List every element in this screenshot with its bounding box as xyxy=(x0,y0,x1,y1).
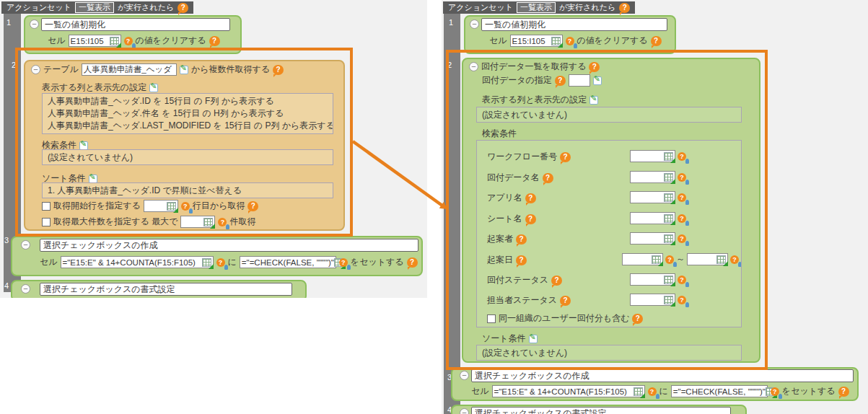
action-title-input[interactable]: 選択チェックボックスの作成 xyxy=(40,239,418,252)
set-action-label: をセットする xyxy=(351,256,404,268)
cell-picker-icon[interactable] xyxy=(551,37,561,45)
field-input[interactable] xyxy=(630,232,675,245)
help-icon[interactable] xyxy=(516,234,527,245)
cell-picker-icon[interactable] xyxy=(634,387,643,396)
same-org-checkbox[interactable] xyxy=(487,314,496,323)
cell-picker-icon[interactable] xyxy=(167,202,176,211)
action-title-input[interactable]: 一覧の値初期化 xyxy=(41,18,230,31)
display-columns-label: 表示する列と表示先の設定 xyxy=(42,82,146,94)
edit-icon[interactable] xyxy=(149,84,158,92)
help-ref-icon[interactable] xyxy=(216,258,225,267)
help-icon[interactable] xyxy=(516,255,527,265)
help-ref-icon[interactable] xyxy=(678,152,686,161)
help-ref-icon[interactable] xyxy=(730,255,739,264)
cell-range-input[interactable]: E15:I105 xyxy=(510,35,563,47)
max-count-checkbox[interactable] xyxy=(42,218,51,226)
date-from-input[interactable] xyxy=(622,253,663,265)
help-ref-icon[interactable] xyxy=(771,387,779,396)
help-ref-icon[interactable] xyxy=(665,255,674,264)
help-ref-icon[interactable] xyxy=(124,37,133,45)
cell-range-input[interactable]: E15:I105 xyxy=(69,35,121,47)
edit-icon[interactable] xyxy=(593,76,602,85)
edit-icon[interactable] xyxy=(589,96,598,105)
help-icon[interactable] xyxy=(560,152,571,162)
help-ref-icon[interactable] xyxy=(648,387,657,396)
help-icon[interactable] xyxy=(551,276,562,286)
field-input[interactable] xyxy=(630,191,675,203)
start-row-checkbox[interactable] xyxy=(42,202,51,211)
field-input[interactable] xyxy=(630,171,675,183)
help-icon[interactable] xyxy=(525,193,536,203)
edit-icon[interactable] xyxy=(529,335,538,343)
help-icon[interactable] xyxy=(177,3,188,13)
collapse-icon[interactable] xyxy=(460,371,469,380)
cell-picker-icon[interactable] xyxy=(110,37,119,45)
help-icon[interactable] xyxy=(525,214,536,224)
edit-icon[interactable] xyxy=(79,141,88,150)
collapse-icon[interactable] xyxy=(30,19,39,29)
collapse-icon[interactable] xyxy=(469,62,478,71)
help-ref-icon[interactable] xyxy=(678,276,686,284)
collapse-icon[interactable] xyxy=(31,65,40,74)
help-icon[interactable] xyxy=(632,314,643,324)
value-formula-input[interactable]: ="=CHECK(FALSE, """")" xyxy=(240,256,336,268)
field-input[interactable] xyxy=(630,212,675,224)
cell-picker-icon[interactable] xyxy=(664,173,673,182)
cell-picker-icon[interactable] xyxy=(716,255,726,264)
help-icon[interactable] xyxy=(407,257,418,268)
help-icon[interactable] xyxy=(209,36,220,46)
fetch-action-label: から複数件取得する xyxy=(191,63,270,76)
data-spec-input[interactable] xyxy=(569,74,590,87)
help-ref-icon[interactable] xyxy=(678,234,686,243)
help-ref-icon[interactable] xyxy=(181,202,190,211)
help-icon[interactable] xyxy=(543,173,553,183)
action-title-input[interactable]: 選択チェックボックスの書式設定 xyxy=(471,407,731,414)
field-input[interactable] xyxy=(630,273,675,286)
action-title-input[interactable]: 選択チェックボックスの書式設定 xyxy=(40,283,292,296)
cell-picker-icon[interactable] xyxy=(203,218,213,226)
help-icon[interactable] xyxy=(838,387,849,397)
cell-picker-icon[interactable] xyxy=(652,255,661,264)
help-ref-icon[interactable] xyxy=(566,37,574,45)
cell-picker-icon[interactable] xyxy=(664,234,673,243)
help-icon[interactable] xyxy=(555,76,566,86)
value-formula-input[interactable]: ="=CHECK(FALSE, """")" xyxy=(671,385,768,397)
cell-picker-icon[interactable] xyxy=(664,276,673,284)
help-icon[interactable] xyxy=(560,296,571,306)
action-set-name-chip[interactable]: 一覧表示 xyxy=(517,2,556,13)
action-title-input[interactable]: 選択チェックボックスの作成 xyxy=(471,369,854,382)
help-ref-icon[interactable] xyxy=(218,218,227,226)
action-title-input[interactable]: 一覧の値初期化 xyxy=(481,18,667,31)
collapse-icon[interactable] xyxy=(21,284,30,294)
edit-icon[interactable] xyxy=(180,66,188,74)
date-to-input[interactable] xyxy=(687,253,728,265)
help-icon[interactable] xyxy=(273,65,284,75)
help-icon[interactable] xyxy=(651,36,662,46)
help-icon[interactable] xyxy=(247,201,258,211)
cell-picker-icon[interactable] xyxy=(202,258,211,267)
cell-picker-icon[interactable] xyxy=(664,193,673,202)
collapse-icon[interactable] xyxy=(470,19,479,29)
help-ref-icon[interactable] xyxy=(678,193,686,202)
max-count-input[interactable] xyxy=(180,216,215,228)
start-row-input[interactable] xyxy=(144,200,178,212)
help-icon[interactable] xyxy=(619,3,630,13)
target-formula-input[interactable]: ="E15:E" & 14+COUNTA(F15:F105) xyxy=(492,385,645,397)
field-input[interactable] xyxy=(630,150,675,162)
search-cond-box: (設定されていません) xyxy=(42,149,333,165)
help-ref-icon[interactable] xyxy=(678,296,686,304)
cell-picker-icon[interactable] xyxy=(664,214,673,223)
help-ref-icon[interactable] xyxy=(678,173,686,182)
help-icon[interactable] xyxy=(589,62,600,72)
edit-icon[interactable] xyxy=(89,175,97,183)
field-input[interactable] xyxy=(630,294,675,306)
help-ref-icon[interactable] xyxy=(678,214,686,223)
cell-picker-icon[interactable] xyxy=(664,296,673,304)
target-formula-input[interactable]: ="E15:E" & 14+COUNTA(F15:F105) xyxy=(61,256,214,268)
collapse-icon[interactable] xyxy=(460,408,469,414)
table-name-input[interactable]: 人事異動申請書_ヘッダ xyxy=(82,63,177,76)
help-ref-icon[interactable] xyxy=(339,258,348,267)
collapse-icon[interactable] xyxy=(21,240,30,250)
action-set-name-chip[interactable]: 一覧表示 xyxy=(75,2,114,13)
cell-picker-icon[interactable] xyxy=(664,152,673,161)
